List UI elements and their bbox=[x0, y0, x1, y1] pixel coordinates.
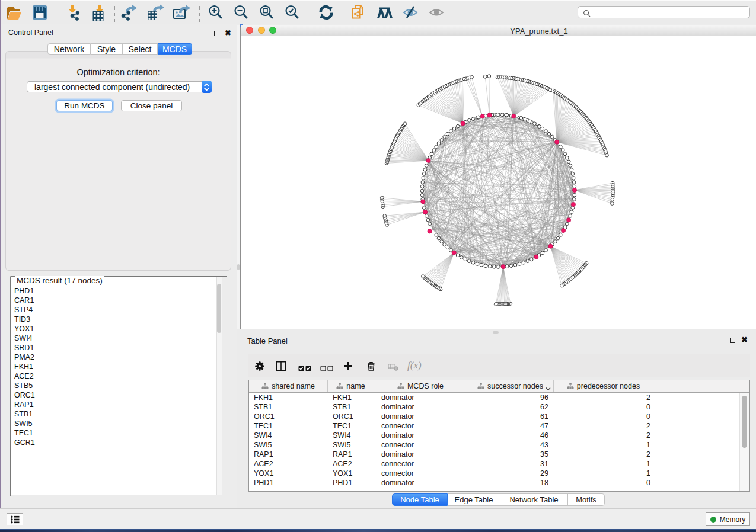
svg-text:f(x): f(x) bbox=[407, 360, 422, 371]
